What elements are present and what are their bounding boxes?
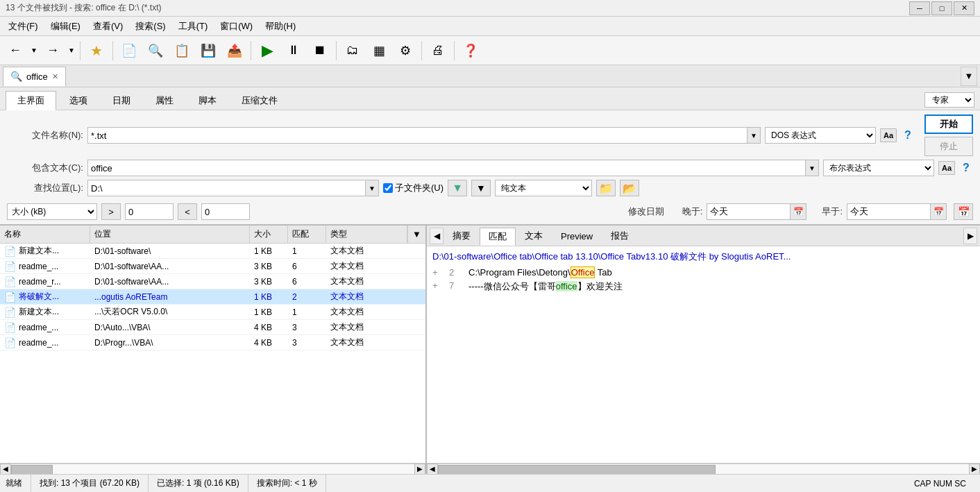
col-header-size[interactable]: 大小 bbox=[250, 226, 288, 243]
date-before-input[interactable] bbox=[847, 203, 930, 220]
entry-toggle-2[interactable]: + bbox=[432, 280, 443, 293]
print-button[interactable]: 🖨 bbox=[425, 39, 450, 62]
preview-tab-match[interactable]: 匹配 bbox=[480, 228, 516, 246]
date-after-calendar-btn[interactable]: 📅 bbox=[790, 203, 806, 220]
search-tab-office[interactable]: 🔍 office ✕ bbox=[3, 67, 66, 86]
content-input[interactable] bbox=[87, 160, 805, 176]
back-button[interactable]: ← bbox=[3, 39, 28, 62]
col-header-match[interactable]: 匹配 bbox=[288, 226, 326, 243]
preview-hscroll-track[interactable] bbox=[438, 464, 969, 475]
forward-button[interactable]: → bbox=[40, 39, 65, 62]
content-case-btn[interactable]: Aa bbox=[938, 161, 955, 175]
pause-button[interactable]: ⏸ bbox=[281, 39, 306, 62]
tab-archive[interactable]: 压缩文件 bbox=[230, 91, 289, 110]
subfolder-checkbox[interactable] bbox=[383, 183, 393, 193]
tab-script[interactable]: 脚本 bbox=[187, 91, 228, 110]
forward-dropdown[interactable]: ▼ bbox=[67, 39, 76, 62]
grid-button[interactable]: ▦ bbox=[366, 39, 391, 62]
settings-button[interactable]: ⚙ bbox=[393, 39, 418, 62]
size-val1-input[interactable] bbox=[125, 203, 174, 220]
col-header-path[interactable]: 位置 bbox=[90, 226, 250, 243]
tab-date[interactable]: 日期 bbox=[101, 91, 142, 110]
menu-search[interactable]: 搜索(S) bbox=[130, 19, 171, 34]
tab-main[interactable]: 主界面 bbox=[6, 91, 56, 110]
menu-edit[interactable]: 编辑(E) bbox=[45, 19, 86, 34]
preview-hscroll-right[interactable]: ▶ bbox=[969, 464, 980, 475]
add-folder-btn[interactable]: 📂 bbox=[620, 180, 639, 196]
filter-icon-btn[interactable]: ▼ bbox=[448, 180, 467, 196]
file-row[interactable]: 📄 readme_... D:\01-software\AA... 3 KB 6… bbox=[0, 259, 425, 274]
tab-dropdown-button[interactable]: ▼ bbox=[961, 67, 977, 86]
help-toolbar-button[interactable]: ❓ bbox=[458, 39, 483, 62]
minimize-button[interactable]: ─ bbox=[909, 1, 930, 15]
preview-hscroll-thumb[interactable] bbox=[438, 465, 716, 475]
back-dropdown[interactable]: ▼ bbox=[29, 39, 39, 62]
date-before-calendar-btn[interactable]: 📅 bbox=[930, 203, 947, 220]
file-row[interactable]: 📄 readme_r... D:\01-software\AA... 3 KB … bbox=[0, 274, 425, 289]
text-type-select[interactable]: 纯文本 Unicode UTF-8 bbox=[495, 180, 592, 196]
menu-tools[interactable]: 工具(T) bbox=[173, 19, 214, 34]
tab-attributes[interactable]: 属性 bbox=[144, 91, 185, 110]
filename-mode-select[interactable]: DOS 表达式 正则表达式 通配符 bbox=[765, 127, 876, 144]
menu-window[interactable]: 窗口(W) bbox=[214, 19, 258, 34]
menu-view[interactable]: 查看(V) bbox=[87, 19, 128, 34]
location-input[interactable] bbox=[87, 180, 365, 196]
stop-button[interactable]: 停止 bbox=[924, 137, 973, 156]
col-header-type[interactable]: 类型 bbox=[326, 226, 407, 243]
filename-input[interactable] bbox=[87, 127, 747, 144]
content-help-btn[interactable]: ? bbox=[959, 161, 973, 175]
menu-help[interactable]: 帮助(H) bbox=[260, 19, 301, 34]
preview-tab-preview[interactable]: Preview bbox=[552, 227, 602, 245]
content-dropdown-btn[interactable]: ▼ bbox=[805, 160, 819, 176]
load-button[interactable]: 💾 bbox=[196, 39, 221, 62]
preview-nav-right[interactable]: ▶ bbox=[963, 228, 977, 244]
file-type-cell: 文本文档 bbox=[326, 245, 425, 257]
hscroll-right-btn[interactable]: ▶ bbox=[414, 464, 425, 475]
location-dropdown-btn[interactable]: ▼ bbox=[365, 180, 379, 196]
save-button[interactable]: 📋 bbox=[169, 39, 194, 62]
new-search-button[interactable]: 📄 bbox=[117, 39, 142, 62]
stop-button[interactable]: ⏹ bbox=[307, 39, 332, 62]
col-header-name[interactable]: 名称 bbox=[0, 226, 90, 243]
preview-tab-text[interactable]: 文本 bbox=[516, 227, 552, 245]
preview-hscroll-left[interactable]: ◀ bbox=[427, 464, 438, 475]
date-after-input[interactable] bbox=[707, 203, 790, 220]
file-row[interactable]: 📄 将破解文... ...ogutis AoRETeam 1 KB 2 文本文档 bbox=[0, 289, 425, 305]
hscroll-left-btn[interactable]: ◀ bbox=[0, 464, 11, 475]
file-row[interactable]: 📄 readme_... D:\Auto...\VBA\ 4 KB 3 文本文档 bbox=[0, 320, 425, 335]
tab-options[interactable]: 选项 bbox=[58, 91, 99, 110]
filename-case-btn[interactable]: Aa bbox=[880, 128, 897, 142]
search-tab-close-icon[interactable]: ✕ bbox=[52, 72, 58, 81]
size-unit-select[interactable]: 大小 (kB) 大小 (MB) 大小 (GB) bbox=[7, 203, 97, 220]
size-op1-btn[interactable]: > bbox=[101, 203, 121, 220]
menu-file[interactable]: 文件(F) bbox=[3, 19, 44, 34]
filename-help-btn[interactable]: ? bbox=[901, 128, 915, 142]
export-button[interactable]: 📤 bbox=[222, 39, 247, 62]
entry-toggle-1[interactable]: + bbox=[432, 267, 443, 278]
size-val2-input[interactable] bbox=[201, 203, 250, 220]
filter-dropdown-btn[interactable]: ▼ bbox=[471, 180, 491, 196]
preview-tab-report[interactable]: 报告 bbox=[602, 227, 638, 245]
col-filter-icon[interactable]: ▼ bbox=[407, 226, 425, 243]
preview-nav-left[interactable]: ◀ bbox=[430, 228, 443, 244]
file-row[interactable]: 📄 新建文本... D:\01-software\ 1 KB 1 文本文档 bbox=[0, 244, 425, 259]
file-row[interactable]: 📄 新建文本... ...\天若OCR V5.0.0\ 1 KB 1 文本文档 bbox=[0, 305, 425, 320]
expert-mode-select[interactable]: 专家 普通 bbox=[924, 92, 974, 108]
filename-dropdown-btn[interactable]: ▼ bbox=[747, 127, 761, 144]
date-extra-btn[interactable]: 📅 bbox=[954, 203, 973, 220]
file-row[interactable]: 📄 readme_... D:\Progr...\VBA\ 4 KB 3 文本文… bbox=[0, 335, 425, 350]
favorites-button[interactable]: ★ bbox=[84, 39, 109, 62]
hscroll-track[interactable] bbox=[11, 464, 414, 475]
content-mode-select[interactable]: 布尔表达式 正则表达式 简单文本 bbox=[823, 160, 934, 176]
open-button[interactable]: 🔍 bbox=[143, 39, 168, 62]
size-op2-btn[interactable]: < bbox=[178, 203, 197, 220]
file-manager-button[interactable]: 🗂 bbox=[340, 39, 365, 62]
browse-folder-btn[interactable]: 📁 bbox=[596, 180, 616, 196]
maximize-button[interactable]: □ bbox=[931, 1, 952, 15]
subfolder-checkbox-label[interactable]: 子文件夹(U) bbox=[383, 182, 443, 194]
hscroll-thumb[interactable] bbox=[11, 465, 53, 475]
start-button[interactable]: 开始 bbox=[924, 114, 973, 134]
run-button[interactable]: ▶ bbox=[255, 39, 280, 62]
close-button[interactable]: ✕ bbox=[954, 1, 974, 15]
preview-tab-summary[interactable]: 摘要 bbox=[443, 227, 480, 245]
